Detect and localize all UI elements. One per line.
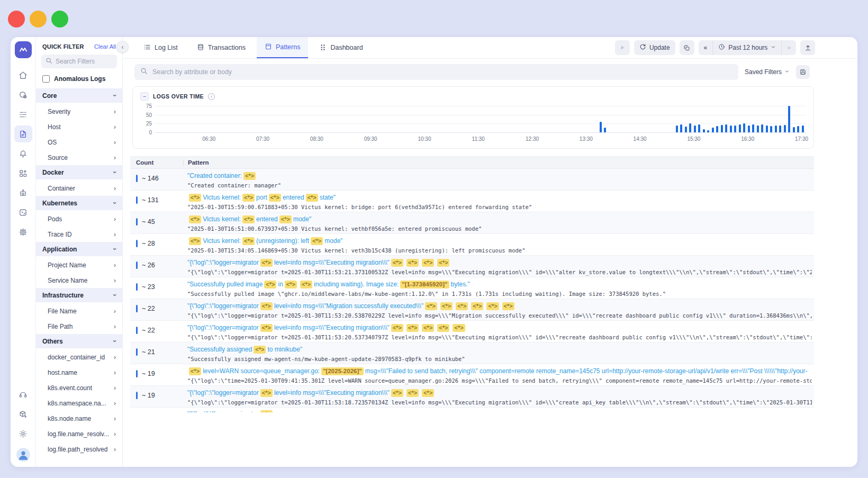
filter-section-infrastructure[interactable]: Infrastructure› <box>36 288 122 302</box>
filter-item-project-name[interactable]: Project Name› <box>36 257 122 273</box>
chart-bar[interactable] <box>793 127 795 132</box>
dashboards-icon[interactable] <box>14 165 32 182</box>
bot-icon[interactable] <box>14 184 32 201</box>
chart-bar[interactable] <box>600 122 602 132</box>
table-row[interactable]: ~ 19<*>level=WARN source=queue_manager.g… <box>130 364 814 386</box>
pattern-column-header[interactable]: Pattern <box>183 159 814 166</box>
chart-bar[interactable] <box>721 125 723 132</box>
alerts-icon[interactable] <box>14 145 32 162</box>
table-row[interactable]: ~ 131<*>Victus kernel:<*>port<*>entered<… <box>130 191 814 212</box>
copy-button[interactable] <box>680 40 694 55</box>
filter-search-input[interactable] <box>56 58 113 65</box>
chart-bar[interactable] <box>725 124 727 132</box>
chart-bar[interactable] <box>716 126 718 132</box>
chart-bar[interactable] <box>752 124 754 132</box>
close-window-button[interactable] <box>8 11 25 28</box>
play-button[interactable] <box>615 40 630 55</box>
tab-transactions[interactable]: Transactions <box>189 37 254 58</box>
chart-bar[interactable] <box>676 125 678 132</box>
filter-item-pods[interactable]: Pods› <box>36 211 122 227</box>
filter-item-os[interactable]: OS› <box>36 134 122 150</box>
filter-item-file-name[interactable]: File Name› <box>36 303 122 319</box>
collapse-chart-button[interactable]: − <box>140 92 149 101</box>
synthetics-icon[interactable] <box>14 204 32 221</box>
chart-bar[interactable] <box>788 106 790 132</box>
chart-bar[interactable] <box>761 124 763 132</box>
chart-bar[interactable] <box>779 125 781 132</box>
chart-bar[interactable] <box>802 125 804 132</box>
log-search[interactable] <box>134 64 738 80</box>
clear-all-link[interactable]: Clear All <box>94 43 116 50</box>
filter-item-log-file-path-resolved[interactable]: log.file.path_resolved› <box>36 441 122 457</box>
filter-search[interactable] <box>41 55 117 68</box>
filter-item-file-path[interactable]: File Path› <box>36 319 122 334</box>
chart-bar[interactable] <box>730 125 732 132</box>
table-row[interactable]: ~ 19"{\"log\":\"logger=migrator<*>level=… <box>130 386 814 408</box>
filter-item-k8s-namespace-na[interactable]: k8s.namespace.na...› <box>36 395 122 411</box>
chart-bar[interactable] <box>694 125 696 132</box>
chart-bar[interactable] <box>680 124 682 132</box>
filter-item-log-file-name-resolv[interactable]: log.file.name_resolv...› <box>36 426 122 441</box>
filter-item-severity[interactable]: Severity› <box>36 104 122 119</box>
apm-icon[interactable] <box>14 86 32 103</box>
anomalous-logs-checkbox[interactable] <box>42 75 50 83</box>
table-row[interactable]: ~ 146"Created container:<*>"Created cont… <box>130 169 814 191</box>
chart-bar[interactable] <box>685 127 687 132</box>
install-icon[interactable] <box>14 405 32 422</box>
filter-section-application[interactable]: Application› <box>36 242 122 256</box>
table-row[interactable]: ~ 22"{\"log\":\"logger=migrator<*>level=… <box>130 299 814 321</box>
chart-bar[interactable] <box>712 128 714 132</box>
filter-item-trace-id[interactable]: Trace ID› <box>36 227 122 242</box>
filter-section-docker[interactable]: Docker› <box>36 165 122 179</box>
tab-dashboard[interactable]: Dashboard <box>311 37 370 58</box>
chart-bar[interactable] <box>770 126 772 132</box>
info-icon[interactable]: i <box>208 93 215 100</box>
time-range-picker[interactable]: Past 12 hours <box>713 40 781 55</box>
table-row[interactable]: ~ 22"{\"log\":\"logger=migrator<*>level=… <box>130 321 814 342</box>
save-filter-button[interactable] <box>796 65 810 79</box>
zoom-window-button[interactable] <box>51 11 68 28</box>
count-column-header[interactable]: Count <box>130 159 183 166</box>
chart-bar[interactable] <box>734 125 736 132</box>
chart-bar[interactable] <box>743 123 745 132</box>
user-avatar[interactable] <box>16 448 30 462</box>
support-icon[interactable] <box>14 386 32 403</box>
minimize-window-button[interactable] <box>30 11 47 28</box>
chart-bar[interactable] <box>775 125 777 132</box>
chart-bar[interactable] <box>698 124 700 132</box>
collapse-filter-panel-button[interactable]: ‹ <box>116 41 129 53</box>
filter-item-container[interactable]: Container› <box>36 181 122 196</box>
filter-item-source[interactable]: Source› <box>36 150 122 165</box>
chart-bar[interactable] <box>707 130 709 132</box>
table-row[interactable]: ~ 28<*>Victus kernel:<*>(unregistering):… <box>130 234 814 256</box>
time-back-button[interactable]: « <box>699 40 713 55</box>
chart-bar[interactable] <box>766 125 768 132</box>
filter-section-kubernetes[interactable]: Kubernetes› <box>36 196 122 210</box>
filter-section-core[interactable]: Core› <box>36 88 122 103</box>
chart-bar[interactable] <box>703 129 705 132</box>
middleware-logo[interactable] <box>15 41 32 58</box>
export-button[interactable] <box>800 40 815 55</box>
infrastructure-icon[interactable] <box>14 106 32 123</box>
filter-item-k8s-event-count[interactable]: k8s.event.count› <box>36 380 122 395</box>
filter-item-host[interactable]: Host› <box>36 119 122 134</box>
filter-item-service-name[interactable]: Service Name› <box>36 273 122 288</box>
table-row[interactable]: ~ 26"{\"log\":\"logger=migrator<*>level=… <box>130 256 814 277</box>
chart-bar[interactable] <box>784 125 786 132</box>
update-button[interactable]: Update <box>634 40 675 55</box>
chart-bar[interactable] <box>757 125 759 132</box>
table-row[interactable]: ~ 45<*>Victus kernel:<*>entered<*>mode""… <box>130 212 814 234</box>
table-row[interactable]: ~ 23"Successfully pulled image<*>in<*><*… <box>130 277 814 299</box>
settings-gear-icon[interactable] <box>14 425 32 442</box>
home-icon[interactable] <box>14 67 32 84</box>
integrations-icon[interactable] <box>14 223 32 240</box>
filter-item-host-name[interactable]: host.name› <box>36 365 122 380</box>
logs-icon[interactable] <box>14 125 32 142</box>
time-forward-button[interactable]: » <box>782 40 796 55</box>
chart-bar[interactable] <box>748 125 750 132</box>
table-row-partial[interactable]: "{\"log\":\"logger=migrator<*> <box>130 408 814 412</box>
chart-bar[interactable] <box>739 124 741 132</box>
chart-bar[interactable] <box>604 128 606 132</box>
filter-item-docker-container-id[interactable]: docker_container_id› <box>36 349 122 365</box>
chart-bar[interactable] <box>797 126 799 132</box>
